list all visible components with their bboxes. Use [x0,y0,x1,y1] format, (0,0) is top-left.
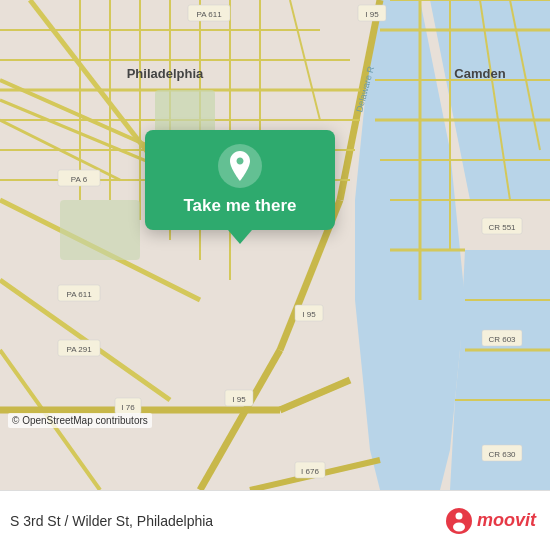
svg-text:PA 6: PA 6 [71,175,88,184]
location-pin-icon [218,144,262,188]
map-container: PA 611 PA 291 PA 6 I 95 I 95 I 76 I 676 … [0,0,550,490]
bottom-bar: S 3rd St / Wilder St, Philadelphia moovi… [0,490,550,550]
svg-text:I 95: I 95 [232,395,246,404]
moovit-brand-name: moovit [477,510,536,531]
svg-text:I 95: I 95 [302,310,316,319]
svg-text:CR 630: CR 630 [488,450,516,459]
svg-point-76 [453,522,465,531]
svg-text:I 95: I 95 [365,10,379,19]
moovit-logo: moovit [445,507,536,535]
moovit-brand-icon [445,507,473,535]
svg-text:PA 611: PA 611 [66,290,92,299]
svg-text:Philadelphia: Philadelphia [127,66,204,81]
svg-text:Camden: Camden [454,66,505,81]
map-popup[interactable]: Take me there [145,130,335,230]
svg-text:PA 291: PA 291 [66,345,92,354]
svg-point-75 [455,512,462,519]
svg-text:CR 603: CR 603 [488,335,516,344]
take-me-there-button[interactable]: Take me there [183,196,296,216]
svg-rect-46 [60,200,140,260]
location-label: S 3rd St / Wilder St, Philadelphia [10,513,213,529]
map-attribution: © OpenStreetMap contributors [8,413,152,428]
svg-text:I 76: I 76 [121,403,135,412]
svg-text:I 676: I 676 [301,467,319,476]
svg-text:PA 611: PA 611 [196,10,222,19]
svg-text:CR 551: CR 551 [488,223,516,232]
